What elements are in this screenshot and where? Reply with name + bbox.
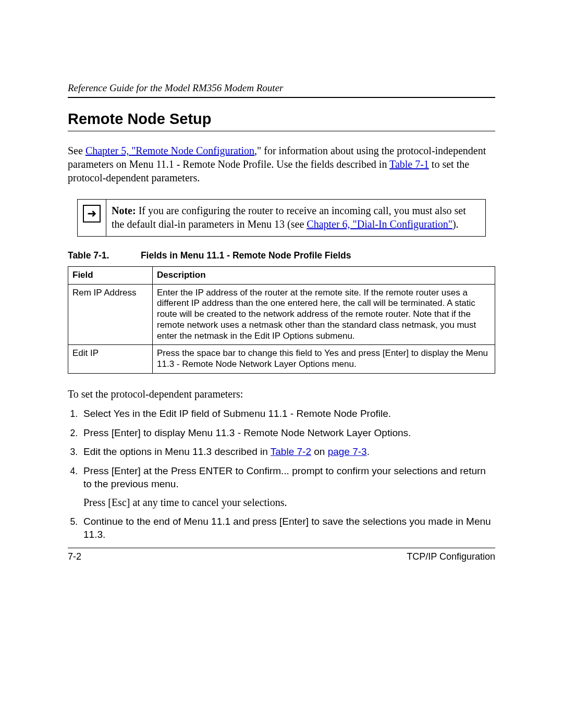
document-page: Reference Guide for the Model RM356 Mode… xyxy=(0,0,563,728)
section-title: Remote Node Setup xyxy=(68,110,495,128)
step-text: Continue to the end of Menu 11.1 and pre… xyxy=(83,516,491,540)
link-page-7-3[interactable]: page 7-3 xyxy=(328,446,367,457)
note-icon-cell: ➜ xyxy=(78,200,106,236)
link-table-7-1[interactable]: Table 7-1 xyxy=(389,158,429,170)
col-header-field: Field xyxy=(68,267,153,285)
cell-field: Rem IP Address xyxy=(68,284,153,345)
table-row: Rem IP Address Enter the IP address of t… xyxy=(68,284,495,345)
table-caption-label: Table 7-1. xyxy=(68,250,138,261)
note-post: ). xyxy=(452,218,459,230)
chapter-name: TCP/IP Configuration xyxy=(407,551,495,562)
table-header-row: Field Description xyxy=(68,267,495,285)
list-item: Press [Enter] to display Menu 11.3 - Rem… xyxy=(80,427,495,440)
note-box: ➜ Note: If you are configuring the route… xyxy=(77,199,486,237)
step-text: Press [Enter] at the Press ENTER to Conf… xyxy=(83,465,486,489)
page-footer: 7-2 TCP/IP Configuration xyxy=(68,548,495,562)
header-rule xyxy=(68,97,495,98)
link-chapter-6[interactable]: Chapter 6, "Dial-In Configuration" xyxy=(307,218,452,230)
list-item: Select Yes in the Edit IP field of Subme… xyxy=(80,408,495,421)
running-header: Reference Guide for the Model RM356 Mode… xyxy=(68,82,495,96)
note-text: Note: If you are configuring the router … xyxy=(106,200,485,236)
step-subtext: Press [Esc] at any time to cancel your s… xyxy=(83,496,495,509)
page-number: 7-2 xyxy=(68,551,81,562)
col-header-description: Description xyxy=(153,267,495,285)
list-item: Continue to the end of Menu 11.1 and pre… xyxy=(80,515,495,541)
cell-description: Press the space bar to change this field… xyxy=(153,345,495,373)
note-label: Note: xyxy=(112,205,136,216)
step-text-pre: Edit the options in Menu 11.3 described … xyxy=(83,446,271,457)
step-text-mid: on xyxy=(311,446,328,457)
cell-description: Enter the IP address of the router at th… xyxy=(153,284,495,345)
cell-field: Edit IP xyxy=(68,345,153,373)
steps-intro: To set the protocol-dependent parameters… xyxy=(68,388,495,400)
step-text: Select Yes in the Edit IP field of Subme… xyxy=(83,408,391,419)
step-text: Press [Enter] to display Menu 11.3 - Rem… xyxy=(83,427,411,438)
step-text-post: . xyxy=(367,446,370,457)
footer-rule xyxy=(68,548,495,548)
steps-list: Select Yes in the Edit IP field of Subme… xyxy=(68,408,495,541)
intro-text-pre: See xyxy=(68,145,85,156)
fields-table: Field Description Rem IP Address Enter t… xyxy=(68,266,495,374)
intro-paragraph: See Chapter 5, "Remote Node Configuratio… xyxy=(68,144,495,184)
table-caption-title: Fields in Menu 11.1 - Remote Node Profil… xyxy=(141,250,351,261)
table-row: Edit IP Press the space bar to change th… xyxy=(68,345,495,373)
list-item: Edit the options in Menu 11.3 described … xyxy=(80,446,495,459)
list-item: Press [Enter] at the Press ENTER to Conf… xyxy=(80,465,495,509)
section-rule xyxy=(68,131,495,131)
link-table-7-2[interactable]: Table 7-2 xyxy=(271,446,311,457)
table-caption: Table 7-1. Fields in Menu 11.1 - Remote … xyxy=(68,250,495,261)
link-chapter-5[interactable]: Chapter 5, "Remote Node Configuration xyxy=(85,145,254,156)
arrow-icon: ➜ xyxy=(83,205,101,223)
